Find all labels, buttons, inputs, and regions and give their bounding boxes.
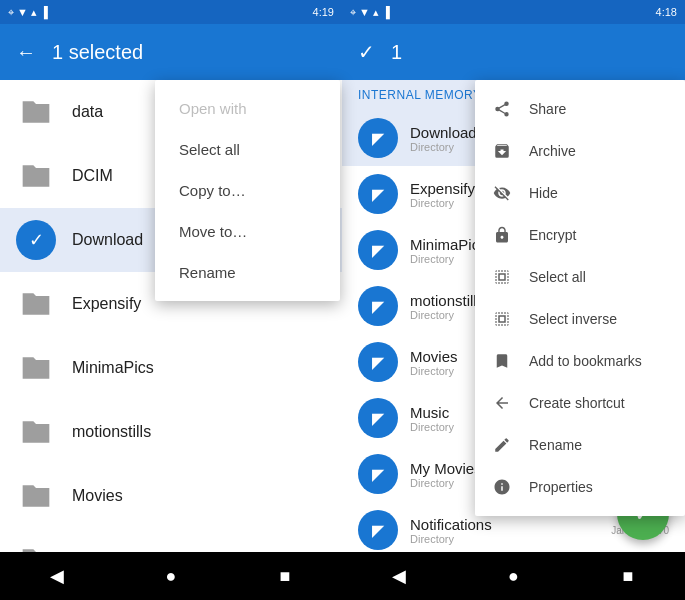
bluetooth-icon-right: ⌖ [350, 6, 356, 19]
menu-item-properties[interactable]: Properties [475, 466, 685, 508]
menu-label-select-inverse: Select inverse [529, 311, 617, 327]
menu-item-rename[interactable]: Rename [475, 424, 685, 466]
file-meta: Directory [410, 309, 484, 321]
toolbar-left: ← 1 selected [0, 24, 342, 80]
status-icons-right: ⌖ ▼ ▴ ▐ [350, 6, 390, 19]
folder-circle-icon: ◤ [358, 230, 398, 270]
menu-item-archive[interactable]: Archive [475, 130, 685, 172]
folder-circle-icon: ◤ [358, 286, 398, 326]
wifi-icon: ▴ [31, 6, 37, 19]
check-toolbar-icon: ✓ [358, 40, 375, 64]
home-nav-icon[interactable]: ● [153, 558, 189, 594]
file-name: Movies [72, 487, 123, 505]
left-panel: ⌖ ▼ ▴ ▐ 4:19 ← 1 selected data DCIM ✓ Do… [0, 0, 342, 600]
file-name-right: motionstills [410, 292, 484, 309]
folder-circle-icon: ◤ [358, 398, 398, 438]
nav-bar-right: ◀ ● ■ [342, 552, 685, 600]
back-nav-icon-right[interactable]: ◀ [381, 558, 417, 594]
folder-circle-icon: ◤ [358, 174, 398, 214]
back-button[interactable]: ← [16, 41, 36, 64]
file-meta: Directory [410, 197, 475, 209]
list-item[interactable]: Music [0, 528, 342, 552]
file-info: motionstills Directory [410, 292, 484, 321]
select-all-icon [491, 266, 513, 288]
bluetooth-icon: ⌖ [8, 6, 14, 19]
file-info: Notifications Directory [410, 516, 492, 545]
menu-label-share: Share [529, 101, 566, 117]
file-name: data [72, 103, 103, 121]
file-meta: Directory [410, 365, 458, 377]
menu-item-open-with: Open with [155, 88, 340, 129]
list-item[interactable]: MinimaPics [0, 336, 342, 400]
menu-label-shortcut: Create shortcut [529, 395, 625, 411]
menu-item-share[interactable]: Share [475, 88, 685, 130]
wifi-icon-right: ▴ [373, 6, 379, 19]
file-name: Download [72, 231, 143, 249]
folder-icon [16, 92, 56, 132]
file-name-right: Music [410, 404, 454, 421]
right-panel: ⌖ ▼ ▴ ▐ 4:18 ✓ 1 INTERNAL MEMORY ◤ Downl… [342, 0, 685, 600]
file-meta: Directory [410, 141, 477, 153]
menu-item-add-bookmarks[interactable]: Add to bookmarks [475, 340, 685, 382]
menu-item-select-all[interactable]: Select all [475, 256, 685, 298]
selection-count: 1 selected [52, 41, 143, 64]
file-name-right: Movies [410, 348, 458, 365]
home-nav-icon-right[interactable]: ● [495, 558, 531, 594]
folder-circle-icon: ◤ [358, 118, 398, 158]
shortcut-icon [491, 392, 513, 414]
toolbar-right: ✓ 1 [342, 24, 685, 80]
list-item[interactable]: Movies [0, 464, 342, 528]
back-nav-icon[interactable]: ◀ [39, 558, 75, 594]
selection-count-right: 1 [391, 41, 402, 64]
menu-label-archive: Archive [529, 143, 576, 159]
file-name: DCIM [72, 167, 113, 185]
file-info: Expensify Directory [410, 180, 475, 209]
menu-label-select-all: Select all [529, 269, 586, 285]
folder-icon [16, 348, 56, 388]
menu-item-move-to[interactable]: Move to… [155, 211, 340, 252]
recents-nav-icon-right[interactable]: ■ [610, 558, 646, 594]
folder-icon [16, 156, 56, 196]
check-icon: ✓ [16, 220, 56, 260]
context-menu-right: Share Archive Hide Encrypt Select all [475, 80, 685, 516]
archive-icon [491, 140, 513, 162]
status-bar-left: ⌖ ▼ ▴ ▐ 4:19 [0, 0, 342, 24]
file-info: Music Directory [410, 404, 454, 433]
file-name: MinimaPics [72, 359, 154, 377]
menu-item-rename-left[interactable]: Rename [155, 252, 340, 293]
menu-item-create-shortcut[interactable]: Create shortcut [475, 382, 685, 424]
share-icon [491, 98, 513, 120]
menu-label-properties: Properties [529, 479, 593, 495]
list-item[interactable]: motionstills [0, 400, 342, 464]
time-right: 4:18 [656, 6, 677, 18]
folder-icon [16, 476, 56, 516]
folder-icon [16, 540, 56, 552]
battery-icon: ▐ [40, 6, 48, 18]
menu-item-hide[interactable]: Hide [475, 172, 685, 214]
rename-icon [491, 434, 513, 456]
info-icon [491, 476, 513, 498]
menu-item-select-inverse[interactable]: Select inverse [475, 298, 685, 340]
menu-label-encrypt: Encrypt [529, 227, 576, 243]
menu-label-rename: Rename [529, 437, 582, 453]
menu-item-encrypt[interactable]: Encrypt [475, 214, 685, 256]
file-name: motionstills [72, 423, 151, 441]
status-icons-left: ⌖ ▼ ▴ ▐ [8, 6, 48, 19]
folder-circle-icon: ◤ [358, 510, 398, 550]
battery-icon-right: ▐ [382, 6, 390, 18]
file-info: Download Directory [410, 124, 477, 153]
file-name-right: Notifications [410, 516, 492, 533]
folder-circle-icon: ◤ [358, 454, 398, 494]
menu-label-bookmarks: Add to bookmarks [529, 353, 642, 369]
hide-icon [491, 182, 513, 204]
file-name-right: Download [410, 124, 477, 141]
recents-nav-icon[interactable]: ■ [267, 558, 303, 594]
context-menu-left: Open with Select all Copy to… Move to… R… [155, 80, 340, 301]
folder-icon [16, 412, 56, 452]
menu-item-select-all-left[interactable]: Select all [155, 129, 340, 170]
network-icon-right: ▼ [359, 6, 370, 18]
nav-bar-left: ◀ ● ■ [0, 552, 342, 600]
file-name-right: Expensify [410, 180, 475, 197]
time-left: 4:19 [313, 6, 334, 18]
menu-item-copy-to[interactable]: Copy to… [155, 170, 340, 211]
